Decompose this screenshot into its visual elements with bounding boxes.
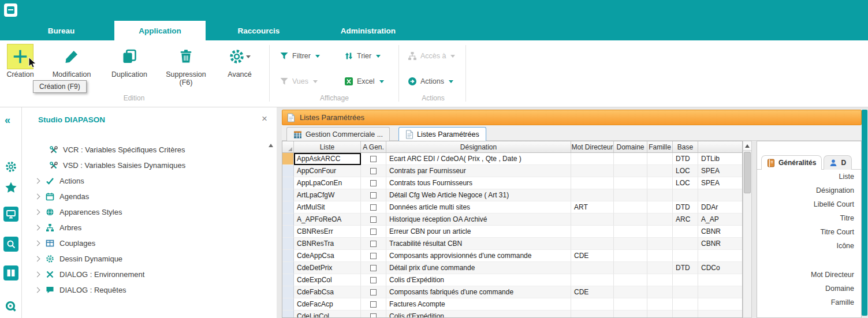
cell-extra[interactable]: CBNR [698, 238, 743, 250]
row-selector[interactable] [282, 274, 294, 286]
column-header-base[interactable]: Base [673, 141, 698, 152]
cell-famille[interactable] [647, 201, 673, 214]
expand-chevron-icon[interactable] [35, 241, 40, 246]
cell-designation[interactable]: Factures Acompte [386, 298, 571, 310]
table-row[interactable]: CBNResErrErreur CBN pour un articleCBNR [282, 226, 742, 238]
tab-listes-parametrees[interactable]: Listes Paramétrées [398, 127, 486, 141]
actions-button[interactable]: Actions [408, 75, 453, 88]
cell-mot-directeur[interactable]: CDE [571, 286, 614, 298]
checkbox-icon[interactable] [370, 192, 377, 199]
cell-liste[interactable]: CdeExpCol [294, 274, 361, 286]
row-selector[interactable] [282, 298, 294, 310]
cell-designation[interactable]: Historique réception OA Archivé [386, 214, 571, 226]
cell-domaine[interactable] [614, 226, 647, 238]
tree-item[interactable]: Arbres [22, 220, 267, 235]
trier-button[interactable]: Trier [344, 50, 381, 62]
row-selector[interactable] [282, 201, 294, 214]
cell-base[interactable] [673, 274, 698, 286]
rail-query-icon[interactable] [3, 299, 18, 314]
filtrer-button[interactable]: Filtrer [280, 50, 320, 62]
cell-famille[interactable] [647, 310, 673, 318]
cell-designation[interactable]: Colis d'Expédition [386, 310, 571, 318]
select-all-corner[interactable] [282, 141, 294, 152]
cell-base[interactable]: LOC [673, 165, 698, 177]
column-header-mot-directeur[interactable]: Mot Directeur [571, 141, 614, 152]
row-selector[interactable] [282, 177, 294, 189]
cell-base[interactable] [673, 310, 698, 318]
checkbox-icon[interactable] [370, 156, 377, 162]
table-row[interactable]: ArtLpaCfgWDétail Cfg Web Article Negoce … [282, 189, 742, 201]
checkbox-icon[interactable] [370, 301, 377, 308]
cell-base[interactable]: DTD [673, 153, 698, 165]
tree-item[interactable]: VCR : Variables Spécifiques Critères [22, 142, 267, 158]
cell-mot-directeur[interactable] [571, 165, 614, 177]
cell-base[interactable]: DTD [673, 201, 698, 214]
collapse-panel-button[interactable]: « [5, 114, 10, 126]
checkbox-icon[interactable] [370, 313, 377, 318]
column-header-famille[interactable]: Famille [647, 141, 673, 152]
cell-liste[interactable]: ArtLpaCfgW [294, 189, 361, 201]
cell-a-gen[interactable] [361, 298, 386, 310]
tree-item[interactable]: Actions [22, 173, 267, 189]
column-header-a-gen[interactable]: A Gen. [361, 141, 386, 152]
cell-mot-directeur[interactable] [571, 310, 614, 318]
rail-star-icon[interactable] [3, 180, 18, 195]
column-header-domaine[interactable]: Domaine [614, 141, 647, 152]
column-header-liste[interactable]: Liste [294, 141, 361, 152]
modification-button[interactable]: Modification [44, 44, 99, 78]
cell-domaine[interactable] [614, 189, 647, 201]
cell-mot-directeur[interactable] [571, 238, 614, 250]
cell-a-gen[interactable] [361, 165, 386, 177]
row-selector[interactable] [282, 214, 294, 226]
cell-mot-directeur[interactable] [571, 298, 614, 310]
cell-base[interactable]: LOC [673, 177, 698, 189]
checkbox-icon[interactable] [370, 265, 377, 271]
row-selector[interactable] [282, 226, 294, 238]
expand-chevron-icon[interactable] [35, 287, 40, 293]
cell-famille[interactable] [647, 238, 673, 250]
table-row[interactable]: AppLpaConEnContrats tous FournisseursLOC… [282, 177, 742, 189]
checkbox-icon[interactable] [370, 168, 377, 174]
expand-chevron-icon[interactable] [35, 178, 40, 184]
cell-base[interactable] [673, 286, 698, 298]
rail-search-icon[interactable] [3, 237, 18, 252]
table-row[interactable]: AppAskARCCEcart ARC EDI / CdeOA( Prix , … [282, 153, 742, 165]
expand-chevron-icon[interactable] [35, 209, 40, 215]
cell-liste[interactable]: AppConFour [294, 165, 361, 177]
tab-bureau[interactable]: Bureau [36, 21, 87, 40]
cell-extra[interactable]: A_AP [698, 214, 743, 226]
column-header-extra[interactable] [698, 141, 743, 152]
tab-application[interactable]: Application [114, 21, 206, 40]
row-selector[interactable] [282, 153, 294, 165]
cell-domaine[interactable] [614, 238, 647, 250]
tree-item[interactable]: Apparences Styles [22, 204, 267, 220]
tree-item[interactable]: Agendas [22, 189, 267, 204]
column-header-designation[interactable]: Désignation [386, 141, 571, 152]
cell-a-gen[interactable] [361, 226, 386, 238]
cell-base[interactable] [673, 238, 698, 250]
checkbox-icon[interactable] [370, 253, 377, 259]
cell-extra[interactable] [698, 298, 743, 310]
tab-generalites[interactable]: Généralités [761, 155, 822, 170]
cell-a-gen[interactable] [361, 153, 386, 165]
cell-designation[interactable]: Composants fabriqués d'une commande [386, 286, 571, 298]
duplication-button[interactable]: Duplication [104, 44, 155, 78]
tab-gestion-commerciale[interactable]: Gestion Commerciale ... [286, 127, 390, 141]
tree-item[interactable]: Couplages [22, 235, 267, 251]
row-selector[interactable] [282, 165, 294, 177]
cell-designation[interactable]: Contrats par Fournisseur [386, 165, 571, 177]
row-selector[interactable] [282, 286, 294, 298]
cell-designation[interactable]: Composants approvisionnés d'une commande [386, 250, 571, 262]
checkbox-icon[interactable] [370, 204, 377, 211]
cell-extra[interactable]: CDCo [698, 262, 743, 274]
tree-scroll-up-icon[interactable] [267, 142, 274, 148]
table-row[interactable]: AppConFourContrats par FournisseurLOCSPE… [282, 165, 742, 177]
cell-base[interactable] [673, 250, 698, 262]
cell-liste[interactable]: CdeFabCsa [294, 286, 361, 298]
cell-famille[interactable] [647, 177, 673, 189]
checkbox-icon[interactable] [370, 289, 377, 295]
cell-mot-directeur[interactable]: CDE [571, 250, 614, 262]
vues-button[interactable]: Vues [280, 75, 318, 88]
suppression-button[interactable]: Suppression (F6) [159, 44, 213, 87]
row-selector[interactable] [282, 262, 294, 274]
